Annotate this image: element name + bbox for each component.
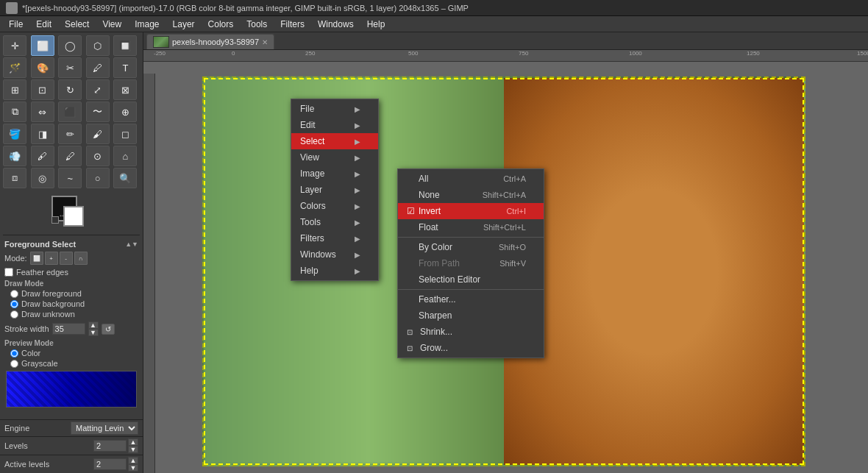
tool-warp[interactable]: 〜 <box>86 102 110 122</box>
reset-colors[interactable] <box>51 216 59 224</box>
select-float[interactable]: Float Shift+Ctrl+L <box>398 219 544 235</box>
stroke-width-down[interactable]: ▼ <box>88 329 99 336</box>
menu-colors[interactable]: Colors <box>202 18 240 31</box>
tool-gradient[interactable]: ◨ <box>31 124 54 144</box>
tool-smudge[interactable]: ~ <box>58 168 82 188</box>
active-levels-input[interactable] <box>93 458 127 470</box>
menu-select[interactable]: Select <box>59 18 95 31</box>
tool-dodge[interactable]: ○ <box>86 168 110 188</box>
mode-replace[interactable]: ⬜ <box>30 252 43 265</box>
mode-add[interactable]: + <box>45 252 58 265</box>
swap-colors[interactable]: ↔ <box>59 212 65 219</box>
select-sharpen[interactable]: Sharpen <box>398 307 544 324</box>
levels-up[interactable]: ▲ <box>128 438 138 446</box>
tool-paths[interactable]: 🖊 <box>86 57 110 78</box>
stroke-width-input[interactable] <box>52 323 85 335</box>
canvas-viewport[interactable]: File ▶ Edit ▶ Select ▶ View ▶ Image ▶ <box>143 62 868 473</box>
draw-unknown-radio[interactable] <box>10 310 18 319</box>
tool-free-select[interactable]: ⬡ <box>86 35 110 56</box>
tool-foreground-select[interactable]: 🔲 <box>113 35 137 56</box>
menu-edit[interactable]: Edit <box>30 18 57 31</box>
active-levels-up[interactable]: ▲ <box>128 457 138 464</box>
tool-rotate[interactable]: ↻ <box>58 79 82 100</box>
levels-input[interactable] <box>93 440 127 452</box>
ctx-image-label: Image <box>300 168 324 179</box>
select-none[interactable]: None Shift+Ctrl+A <box>398 187 544 203</box>
preview-grayscale-radio[interactable] <box>10 360 18 368</box>
menu-view[interactable]: View <box>96 18 127 31</box>
menu-windows[interactable]: Windows <box>312 18 360 31</box>
select-shrink[interactable]: ⊡ Shrink... <box>398 324 544 340</box>
tool-eraser[interactable]: ◻ <box>113 124 137 144</box>
ctx-edit[interactable]: Edit ▶ <box>291 117 378 133</box>
tool-bucket[interactable]: 🪣 <box>3 124 26 144</box>
tool-text[interactable]: T <box>113 57 137 78</box>
tool-perspective[interactable]: ⧉ <box>3 102 26 122</box>
select-editor[interactable]: Selection Editor <box>398 271 544 288</box>
tool-zoom[interactable]: 🔍 <box>113 168 137 188</box>
engine-select[interactable]: Matting Levin <box>71 422 138 435</box>
select-feather[interactable]: Feather... <box>398 291 544 307</box>
tool-airbrush[interactable]: 💨 <box>3 146 26 166</box>
tool-heal[interactable]: ⌂ <box>113 146 137 166</box>
tool-mybrush[interactable]: 🖊 <box>58 146 82 166</box>
select-grow[interactable]: ⊡ Grow... <box>398 340 544 356</box>
ctx-view[interactable]: View ▶ <box>291 149 378 166</box>
tool-ellipse[interactable]: ◯ <box>58 35 82 56</box>
stroke-reset-btn[interactable]: ↺ <box>102 324 115 335</box>
tool-fuzzy-select[interactable]: 🪄 <box>3 57 26 78</box>
menu-tools[interactable]: Tools <box>241 18 273 31</box>
preview-color-radio[interactable] <box>10 349 18 358</box>
select-shrink-label: Shrink... <box>420 327 452 337</box>
tool-perspective-clone[interactable]: ⧈ <box>3 168 26 188</box>
select-all[interactable]: All Ctrl+A <box>398 171 544 187</box>
panel-arrows[interactable]: ▲▼ <box>125 241 138 248</box>
ctx-colors[interactable]: Colors ▶ <box>291 198 378 214</box>
ctx-file[interactable]: File ▶ <box>291 101 378 117</box>
ctx-select[interactable]: Select ▶ <box>291 133 378 149</box>
feather-edges-checkbox[interactable] <box>4 268 13 277</box>
tool-cage[interactable]: ⬛ <box>58 102 82 122</box>
mode-intersect[interactable]: ∩ <box>74 252 88 265</box>
ctx-filters[interactable]: Filters ▶ <box>291 230 378 246</box>
tool-ink[interactable]: 🖋 <box>31 146 54 166</box>
menu-file[interactable]: File <box>3 18 29 31</box>
select-by-color[interactable]: By Color Shift+O <box>398 239 544 255</box>
ctx-image[interactable]: Image ▶ <box>291 166 378 182</box>
ctx-tools[interactable]: Tools ▶ <box>291 214 378 230</box>
ctx-filters-label: Filters <box>300 233 324 243</box>
tool-pencil[interactable]: ✏ <box>58 124 82 144</box>
tool-blur[interactable]: ◎ <box>31 168 54 188</box>
tool-handle-transform[interactable]: ⊕ <box>113 102 137 122</box>
draw-foreground-radio[interactable] <box>10 290 18 298</box>
select-grow-label: Grow... <box>420 343 448 353</box>
tool-by-color[interactable]: 🎨 <box>31 57 54 78</box>
tool-scale[interactable]: ⤢ <box>86 79 110 100</box>
tool-crop[interactable]: ⊡ <box>31 79 54 100</box>
menu-help[interactable]: Help <box>361 18 391 31</box>
mode-subtract[interactable]: - <box>60 252 73 265</box>
image-tab[interactable]: pexels-hnoody93-58997 ✕ <box>146 34 274 49</box>
tool-move[interactable]: ✛ <box>3 35 26 56</box>
background-color[interactable] <box>63 206 84 227</box>
tool-scissors[interactable]: ✂ <box>58 57 82 78</box>
tool-flip[interactable]: ⇔ <box>31 102 54 122</box>
menu-layer[interactable]: Layer <box>167 18 201 31</box>
menu-filters[interactable]: Filters <box>274 18 310 31</box>
select-from-path[interactable]: From Path Shift+V <box>398 255 544 271</box>
levels-down[interactable]: ▼ <box>128 446 138 453</box>
tab-close-btn[interactable]: ✕ <box>262 38 268 46</box>
menu-image[interactable]: Image <box>129 18 165 31</box>
stroke-width-up[interactable]: ▲ <box>88 321 99 329</box>
draw-background-radio[interactable] <box>10 300 18 308</box>
tool-align[interactable]: ⊞ <box>3 79 26 100</box>
active-levels-down[interactable]: ▼ <box>128 464 138 472</box>
tool-paintbrush[interactable]: 🖌 <box>86 124 110 144</box>
tool-shear[interactable]: ⊠ <box>113 79 137 100</box>
ctx-help[interactable]: Help ▶ <box>291 263 378 279</box>
ctx-windows[interactable]: Windows ▶ <box>291 246 378 263</box>
select-invert[interactable]: ☑ Invert Ctrl+I <box>398 203 544 219</box>
ctx-layer[interactable]: Layer ▶ <box>291 182 378 198</box>
tool-rect-select[interactable]: ⬜ <box>31 35 54 56</box>
tool-clone[interactable]: ⊙ <box>86 146 110 166</box>
